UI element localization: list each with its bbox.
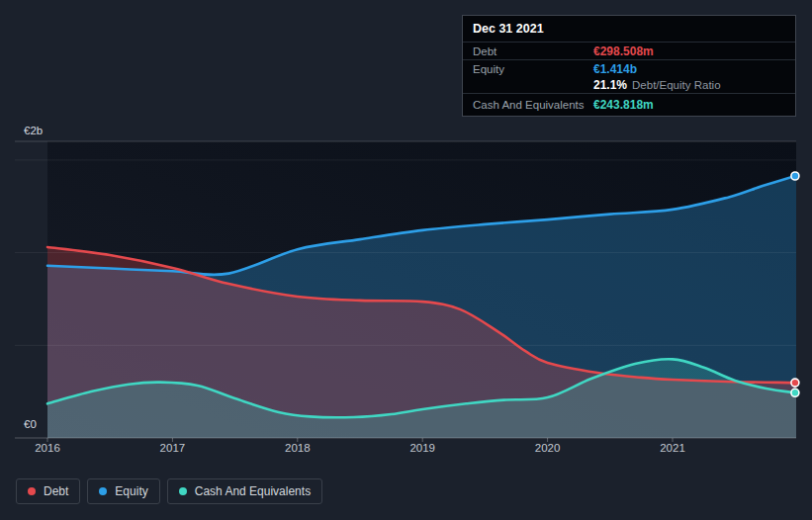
tooltip-equity-value: €1.414b — [593, 62, 637, 76]
debt-equity-history-page: €2b €0 201620172018201920202021 Dec 31 2… — [0, 0, 812, 520]
equity-dot-icon — [99, 487, 107, 495]
x-axis-label-2019: 2019 — [398, 442, 447, 454]
tooltip-row-ratio: 21.1% Debt/Equity Ratio — [463, 77, 795, 93]
legend: Debt Equity Cash And Equivalents — [16, 478, 322, 504]
x-axis-label-2020: 2020 — [523, 442, 573, 454]
tooltip-row-debt: Debt €298.508m — [463, 43, 795, 59]
x-axis-label-2017: 2017 — [147, 442, 197, 454]
tooltip-row-equity: Equity €1.414b — [463, 59, 795, 77]
legend-item-debt[interactable]: Debt — [16, 478, 80, 504]
legend-item-cash[interactable]: Cash And Equivalents — [167, 478, 322, 504]
tooltip-ratio-label: Debt/Equity Ratio — [632, 79, 721, 91]
tooltip-cash-label: Cash And Equivalents — [463, 99, 593, 111]
cash-dot-icon — [179, 487, 187, 495]
x-axis-label-2016: 2016 — [23, 442, 72, 454]
legend-equity-label: Equity — [115, 484, 147, 498]
tooltip-date: Dec 31 2021 — [463, 16, 795, 43]
tooltip-ratio-value: 21.1% — [593, 78, 627, 92]
x-axis-label-2018: 2018 — [273, 442, 322, 454]
tooltip-row-cash: Cash And Equivalents €243.818m — [463, 93, 795, 116]
tooltip-debt-label: Debt — [463, 45, 593, 57]
y-axis-label-zero: €0 — [24, 418, 37, 430]
debt-end-marker — [791, 379, 799, 387]
y-axis-label-max: €2b — [24, 125, 43, 136]
tooltip-cash-value: €243.818m — [593, 98, 654, 112]
equity-end-marker — [791, 172, 799, 180]
x-axis-label-2021: 2021 — [648, 442, 697, 454]
cash-end-marker — [791, 389, 799, 396]
legend-debt-label: Debt — [44, 484, 68, 498]
legend-cash-label: Cash And Equivalents — [195, 484, 311, 498]
tooltip-equity-label: Equity — [463, 63, 593, 75]
tooltip-debt-value: €298.508m — [593, 44, 654, 58]
tooltip: Dec 31 2021 Debt €298.508m Equity €1.414… — [462, 15, 796, 117]
legend-item-equity[interactable]: Equity — [87, 478, 159, 504]
debt-dot-icon — [28, 487, 36, 495]
